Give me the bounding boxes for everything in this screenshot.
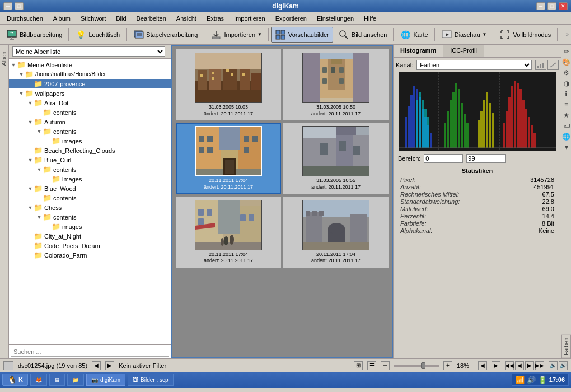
photo-cell-1[interactable]: 31.03.2005 10:03 ändert: 20.11.2011 17: [176, 49, 281, 120]
grid-view-btn[interactable]: ⊞: [354, 361, 363, 370]
taskbar-digikam[interactable]: 📷 digiKam: [86, 374, 125, 386]
photo-cell-5[interactable]: 20.11.2011 17:04 ändert: 20.11.2011 17: [176, 197, 281, 268]
tray-network[interactable]: 📶: [516, 376, 525, 384]
nav-prev-btn[interactable]: ◀◀: [505, 361, 514, 370]
zoom-in-btn[interactable]: +: [443, 361, 452, 370]
taskbar-start[interactable]: 🐧 K: [2, 374, 28, 386]
toolbar-bildbearbeitung[interactable]: Bildbearbeitung: [2, 27, 66, 43]
star-icon[interactable]: ★: [562, 111, 571, 120]
tree-item-chess[interactable]: ▼ 📁 Chess: [9, 203, 171, 212]
menu-stichwort[interactable]: Stichwort: [76, 14, 110, 23]
tab-histogram[interactable]: Histogramm: [394, 45, 443, 57]
kanal-select[interactable]: Farben Rot Grün Blau Alpha: [416, 60, 532, 70]
tree-item-wallpapers[interactable]: ▼ 📁 wallpapers: [9, 88, 171, 98]
toolbar-vorschau[interactable]: Vorschaubilder: [271, 27, 333, 43]
titlebar-minimize[interactable]: ─: [3, 2, 12, 10]
vol-up-btn[interactable]: 🔊: [559, 361, 568, 370]
toolbar-bild-ansehen[interactable]: Bild ansehen: [334, 27, 391, 43]
filter-icon[interactable]: ▾: [562, 143, 571, 152]
hist-icon-log[interactable]: [547, 60, 559, 70]
menu-einstellungen[interactable]: Einstellungen: [312, 14, 358, 23]
tree-item-city[interactable]: 📁 City_at_Night: [9, 231, 171, 241]
photo-grid-container[interactable]: 31.03.2005 10:03 ändert: 20.11.2011 17: [171, 45, 393, 358]
tree-item-bluecurl-contents[interactable]: ▼ 📁 contents: [9, 165, 171, 174]
taskbar-bilder[interactable]: 🖼 Bilder : scp: [128, 374, 173, 386]
zoom-percent-up[interactable]: ▶: [492, 361, 500, 370]
zoom-out-btn[interactable]: ─: [381, 361, 390, 370]
tree-item-provence[interactable]: 📁 2007-provence: [9, 79, 171, 88]
layers-icon[interactable]: ≡: [562, 100, 571, 109]
toolbar-more[interactable]: »: [565, 31, 569, 38]
taskbar-firefox[interactable]: 🦊: [30, 374, 47, 386]
photo-cell-3[interactable]: 20.11.2011 17:04 ändert: 20.11.2011 17: [176, 123, 281, 194]
menu-bild[interactable]: Bild: [111, 14, 130, 23]
titlebar-close[interactable]: ✕: [559, 2, 568, 10]
menu-exportieren[interactable]: Exportieren: [271, 14, 311, 23]
zoom-slider[interactable]: [394, 365, 439, 367]
tray-battery[interactable]: 🔋: [538, 376, 547, 384]
tree-item-bluewood[interactable]: ▼ 📁 Blue_Wood: [9, 184, 171, 193]
tree-item-chess-contents[interactable]: ▼ 📁 contents: [9, 212, 171, 222]
tree-item-autumn[interactable]: ▼ 📁 Autumn: [9, 117, 171, 127]
bereich-max-input[interactable]: [466, 154, 506, 163]
tree-item-bluecurl-images[interactable]: 📁 images: [9, 174, 171, 184]
titlebar-sysmenu2[interactable]: □: [547, 2, 556, 10]
pencil-icon[interactable]: ✏: [562, 47, 571, 56]
vol-down-btn[interactable]: 🔉: [549, 361, 558, 370]
tree-item-bluewood-contents[interactable]: 📁 contents: [9, 193, 171, 203]
photo-cell-4[interactable]: 31.03.2005 10:55 ändert: 20.11.2011 17: [283, 123, 389, 194]
zoom-percent-down[interactable]: ◀: [478, 361, 487, 370]
bereich-min-input[interactable]: [424, 154, 463, 163]
tree-item-autumn-contents[interactable]: ▼ 📁 contents: [9, 127, 171, 136]
settings-icon[interactable]: ⚙: [562, 68, 571, 77]
taskbar-terminal[interactable]: 🖥: [49, 374, 65, 386]
tree-item-beach[interactable]: 📁 Beach_Reflecting_Clouds: [9, 146, 171, 155]
toolbar-diaschau[interactable]: Diaschau ▼: [437, 27, 491, 43]
menu-bearbeiten[interactable]: Bearbeiten: [132, 14, 171, 23]
menu-album[interactable]: Album: [49, 14, 75, 23]
tree-item-code[interactable]: 📁 Code_Poets_Dream: [9, 241, 171, 250]
menu-ansicht[interactable]: Ansicht: [172, 14, 201, 23]
album-dropdown[interactable]: Meine Albenliste: [12, 46, 165, 57]
palette-icon[interactable]: 🎨: [562, 58, 571, 67]
toolbar-leuchttisch[interactable]: 💡 Leuchttisch: [71, 27, 124, 43]
photo-cell-2[interactable]: 31.03.2005 10:50 ändert: 20.11.2011 17: [283, 49, 389, 120]
tree-item-autumn-images[interactable]: 📁 images: [9, 136, 171, 146]
farben-tab[interactable]: Farben: [561, 335, 571, 358]
tree-item-bluecurl[interactable]: ▼ 📁 Blue_Curl: [9, 155, 171, 165]
toolbar-vollbild[interactable]: Vollbildmodus: [495, 27, 555, 43]
info-icon[interactable]: ℹ: [562, 90, 571, 99]
toolbar-karte[interactable]: 🌐 Karte: [396, 27, 432, 43]
nav-forward-btn[interactable]: ▶: [525, 361, 534, 370]
toolbar-importieren[interactable]: Importieren ▼: [207, 27, 266, 43]
contrast-icon[interactable]: ◑: [562, 79, 571, 88]
hist-icon-linear[interactable]: [535, 60, 546, 70]
toolbar-stapel[interactable]: Stapelverarbeitung: [129, 27, 202, 43]
nav-back-btn[interactable]: ◀: [515, 361, 524, 370]
menu-hilfe[interactable]: Hilfe: [359, 14, 381, 23]
tree-item-chess-images[interactable]: 📁 images: [9, 222, 171, 231]
filter-prev-btn[interactable]: ◀: [92, 361, 101, 370]
titlebar-sysmenu1[interactable]: ─: [536, 2, 545, 10]
tray-audio[interactable]: 🔊: [527, 376, 536, 384]
tree-item-colorado[interactable]: 📁 Colorado_Farm: [9, 250, 171, 260]
tree-item-atra-contents[interactable]: 📁 contents: [9, 108, 171, 117]
alben-tab-label[interactable]: Alben: [0, 49, 8, 68]
menu-importieren[interactable]: Importieren: [230, 14, 270, 23]
photo-cell-6[interactable]: 20.11.2011 17:04 ändert: 20.11.2011 17: [283, 197, 389, 268]
zoom-slider-thumb[interactable]: [421, 362, 425, 369]
nav-next-btn[interactable]: ▶▶: [535, 361, 544, 370]
map-icon[interactable]: 🌐: [562, 132, 571, 141]
menu-extras[interactable]: Extras: [202, 14, 228, 23]
tree-item-root[interactable]: ▼ 📁 Meine Albenliste: [9, 60, 171, 69]
taskbar-files[interactable]: 📁: [67, 374, 84, 386]
titlebar-maximize[interactable]: □: [15, 2, 24, 10]
filter-next-btn[interactable]: ▶: [105, 361, 114, 370]
search-input[interactable]: [11, 347, 169, 357]
list-view-btn[interactable]: ☰: [367, 361, 376, 370]
menu-durchsuchen[interactable]: Durchsuchen: [2, 14, 48, 23]
tab-icc[interactable]: ICC-Profil: [443, 45, 484, 57]
tree-item-atra[interactable]: ▼ 📁 Atra_Dot: [9, 98, 171, 108]
tag-icon[interactable]: 🏷: [562, 122, 571, 130]
tree-item-home[interactable]: ▼ 📁 /home/matthias/Home/Bilder: [9, 69, 171, 79]
